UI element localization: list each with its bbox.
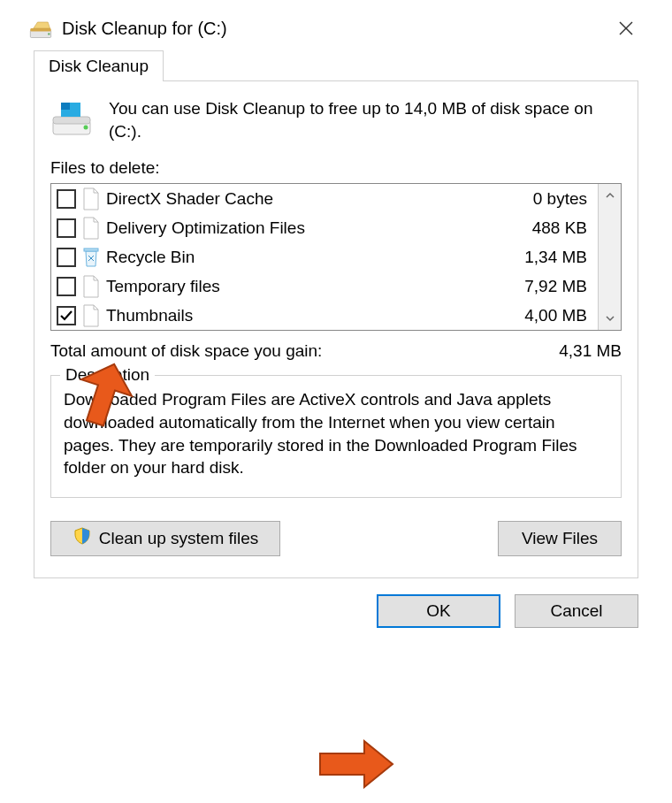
- scrollbar[interactable]: [598, 184, 621, 330]
- list-item[interactable]: Recycle Bin 1,34 MB: [51, 242, 598, 271]
- file-name: DirectX Shader Cache: [106, 189, 528, 209]
- chevron-down-icon: [606, 314, 615, 323]
- description-group: Description Downloaded Program Files are…: [50, 375, 622, 498]
- list-item[interactable]: Delivery Optimization Files 488 KB: [51, 213, 598, 242]
- file-name: Temporary files: [106, 277, 519, 296]
- file-icon: [81, 304, 101, 327]
- checkbox[interactable]: [57, 248, 76, 267]
- file-size: 4,00 MB: [524, 306, 592, 325]
- svg-rect-6: [53, 117, 90, 124]
- file-name: Recycle Bin: [106, 248, 519, 267]
- svg-rect-0: [30, 30, 50, 37]
- description-title: Description: [60, 365, 155, 385]
- file-name: Delivery Optimization Files: [106, 218, 527, 238]
- view-files-button[interactable]: View Files: [498, 521, 622, 556]
- button-label: OK: [426, 601, 450, 621]
- scroll-up-button[interactable]: [599, 184, 621, 207]
- button-label: Cancel: [550, 601, 602, 621]
- svg-point-2: [48, 33, 50, 34]
- checkbox[interactable]: [57, 218, 76, 238]
- file-icon: [81, 275, 101, 298]
- file-size: 1,34 MB: [524, 248, 592, 267]
- scroll-down-button[interactable]: [599, 307, 621, 330]
- close-button[interactable]: [608, 11, 644, 46]
- file-size: 488 KB: [532, 218, 592, 238]
- disk-cleanup-icon: [28, 16, 53, 41]
- drive-icon: [50, 97, 93, 140]
- description-text: Downloaded Program Files are ActiveX con…: [64, 388, 608, 479]
- totals-label: Total amount of disk space you gain:: [50, 341, 559, 361]
- totals-value: 4,31 MB: [559, 341, 622, 361]
- button-label: Clean up system files: [99, 529, 259, 548]
- checkbox[interactable]: [57, 277, 76, 296]
- svg-rect-8: [61, 103, 70, 110]
- recycle-bin-icon: [81, 246, 101, 269]
- cancel-button[interactable]: Cancel: [515, 594, 638, 628]
- list-item[interactable]: Thumbnails 4,00 MB: [51, 301, 598, 330]
- annotation-arrow-icon: [317, 739, 396, 789]
- button-label: View Files: [522, 529, 598, 548]
- file-size: 0 bytes: [533, 189, 592, 209]
- list-item[interactable]: DirectX Shader Cache 0 bytes: [51, 184, 598, 213]
- svg-rect-1: [30, 28, 50, 32]
- list-item[interactable]: Temporary files 7,92 MB: [51, 271, 598, 301]
- file-list: DirectX Shader Cache 0 bytes Delivery Op…: [50, 183, 622, 331]
- tab-disk-cleanup[interactable]: Disk Cleanup: [34, 50, 164, 81]
- checkbox-checked[interactable]: [57, 306, 76, 325]
- file-size: 7,92 MB: [524, 277, 592, 296]
- tab-panel: You can use Disk Cleanup to free up to 1…: [34, 80, 638, 578]
- svg-point-9: [84, 126, 88, 130]
- svg-rect-10: [84, 249, 98, 251]
- file-name: Thumbnails: [106, 306, 519, 325]
- shield-icon: [73, 526, 92, 550]
- checkbox[interactable]: [57, 189, 76, 209]
- files-to-delete-label: Files to delete:: [50, 158, 622, 178]
- file-icon: [81, 187, 101, 210]
- intro-text: You can use Disk Cleanup to free up to 1…: [109, 97, 622, 142]
- window-title: Disk Cleanup for (C:): [62, 19, 608, 39]
- file-icon: [81, 217, 101, 240]
- cleanup-system-files-button[interactable]: Clean up system files: [50, 521, 280, 556]
- chevron-up-icon: [606, 191, 615, 200]
- close-icon: [618, 20, 634, 36]
- disk-cleanup-dialog: Disk Cleanup for (C:) Disk Cleanup: [19, 7, 653, 637]
- titlebar: Disk Cleanup for (C:): [19, 7, 653, 50]
- ok-button[interactable]: OK: [377, 594, 500, 628]
- tab-bar: Disk Cleanup: [34, 50, 638, 80]
- check-icon: [59, 309, 73, 323]
